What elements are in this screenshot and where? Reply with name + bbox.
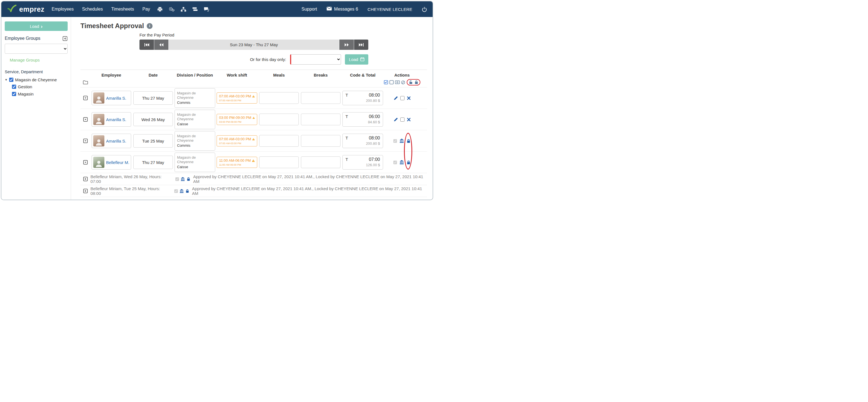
pager-first-button[interactable] — [140, 39, 154, 50]
row-expand-icon[interactable] — [81, 160, 91, 164]
nav-messages-link[interactable]: Messages 6 — [327, 7, 358, 12]
bank-icon[interactable] — [400, 138, 404, 143]
row-collapsed-icon[interactable] — [81, 189, 91, 193]
lock-icon[interactable] — [406, 160, 411, 164]
tree-checkbox-gestion[interactable] — [12, 85, 16, 89]
employee-cell[interactable]: Bellefleur M. — [92, 155, 131, 169]
employee-cell[interactable]: Amarilla S. — [92, 91, 131, 105]
pencil-icon[interactable] — [394, 96, 398, 100]
row-expand-icon[interactable] — [81, 138, 91, 143]
brand-logo[interactable]: emprez — [7, 4, 44, 14]
division-position-cell[interactable]: Magasin de Cheyenne Caisse — [175, 153, 215, 172]
x-icon[interactable] — [407, 118, 411, 121]
meals-cell[interactable] — [259, 156, 299, 168]
tree-node-gestion[interactable]: Gestion — [12, 84, 67, 89]
meals-cell[interactable] — [259, 135, 299, 147]
power-icon[interactable] — [422, 7, 427, 12]
nav-item-timesheets[interactable]: Timesheets — [111, 7, 134, 12]
gears-icon[interactable] — [169, 7, 175, 12]
date-cell[interactable]: Thu 27 May — [133, 156, 173, 169]
lock-all-icon[interactable] — [414, 80, 418, 84]
lock-icon[interactable] — [406, 139, 411, 143]
tree-checkbox-root[interactable] — [9, 78, 13, 82]
sitemap-icon[interactable] — [181, 7, 186, 12]
code-total-cell[interactable]: T 08:00 200.80 $ — [342, 134, 383, 148]
select-all-checkbox-icon[interactable] — [384, 80, 388, 84]
approved-checkbox[interactable] — [175, 177, 179, 181]
code-total-cell[interactable]: T 07:00 126.00 $ — [342, 155, 383, 169]
division-position-cell[interactable]: Magasin de Cheyenne Commis — [175, 88, 215, 108]
caret-down-icon[interactable]: ▼ — [5, 78, 7, 81]
nav-item-pay[interactable]: Pay — [143, 7, 150, 12]
lock-icon[interactable] — [185, 189, 189, 193]
tree-checkbox-magasin[interactable] — [12, 92, 16, 96]
row-expand-icon[interactable] — [81, 117, 91, 122]
sidebar-load-button[interactable]: Load› — [5, 22, 68, 31]
circle-slash-icon[interactable] — [401, 81, 405, 84]
work-shift-cell[interactable]: 07:00 AM-03:00 PM 07:00 AM-03:00 PM — [217, 135, 257, 147]
approve-checkbox[interactable] — [400, 118, 404, 122]
meals-cell[interactable] — [259, 92, 299, 104]
unlock-all-icon[interactable] — [409, 80, 413, 84]
division-position-cell[interactable]: Magasin de Cheyenne Caisse — [175, 110, 215, 129]
pencil-icon[interactable] — [394, 118, 398, 122]
employee-cell[interactable]: Amarilla S. — [92, 134, 131, 148]
day-select[interactable] — [290, 54, 341, 65]
row-collapsed-icon[interactable] — [81, 177, 91, 181]
approved-checkbox[interactable] — [174, 189, 178, 193]
employee-cell[interactable]: Amarilla S. — [92, 112, 131, 127]
load-day-button[interactable]: Load — [345, 54, 368, 65]
tree-root-label[interactable]: Magasin de Cheyenne — [15, 78, 57, 82]
breaks-cell[interactable] — [301, 135, 340, 147]
nav-support-link[interactable]: Support — [302, 7, 317, 12]
work-shift-cell[interactable]: 11:00 AM-06:00 PM 11:00 AM-06:00 PM — [217, 157, 257, 168]
date-cell[interactable]: Tue 25 May — [133, 134, 173, 148]
row-expand-icon[interactable] — [81, 96, 91, 100]
approve-checkbox[interactable] — [400, 96, 404, 100]
work-shift-cell[interactable]: 03:00 PM-09:00 PM 03:00 PM-09:00 PM — [217, 114, 257, 125]
chat-icon[interactable] — [204, 7, 209, 12]
pager-last-button[interactable] — [354, 39, 368, 50]
approved-checkbox[interactable] — [393, 161, 397, 164]
brand-name: emprez — [19, 5, 44, 13]
nav-user-name[interactable]: CHEYENNE LECLERE — [368, 7, 412, 12]
code-total-cell[interactable]: T 06:00 84.60 $ — [342, 112, 383, 127]
bank-icon[interactable] — [180, 189, 184, 193]
division-position-cell[interactable]: Magasin de Cheyenne Commis — [175, 131, 215, 151]
tree-child-label[interactable]: Gestion — [18, 84, 32, 89]
info-icon[interactable]: i — [147, 23, 153, 29]
employee-group-select[interactable] — [5, 44, 68, 54]
nav-item-employees[interactable]: Employees — [52, 7, 74, 12]
tree-node-magasin[interactable]: Magasin — [12, 92, 67, 96]
nav-item-schedules[interactable]: Schedules — [82, 7, 103, 12]
collapse-panel-icon[interactable] — [63, 36, 67, 41]
employee-name-link[interactable]: Bellefleur M. — [106, 160, 129, 165]
bank-icon[interactable] — [400, 160, 404, 164]
summary-text: Bellefleur Miriam, Wed 26 May, Hours: 07… — [91, 174, 172, 184]
manage-groups-link[interactable]: Manage Groups — [10, 58, 40, 62]
employee-name-link[interactable]: Amarilla S. — [106, 117, 126, 122]
date-cell[interactable]: Wed 26 May — [133, 113, 173, 126]
breaks-cell[interactable] — [301, 92, 340, 104]
banknote-icon[interactable] — [395, 81, 400, 84]
pager-next-button[interactable] — [339, 39, 354, 50]
date-cell[interactable]: Thu 27 May — [133, 91, 173, 105]
employee-name-link[interactable]: Amarilla S. — [106, 138, 126, 143]
x-icon[interactable] — [407, 96, 411, 100]
pager-previous-button[interactable] — [154, 39, 168, 50]
approved-checkbox[interactable] — [393, 139, 397, 143]
employee-name-link[interactable]: Amarilla S. — [106, 96, 126, 100]
cards-icon[interactable] — [192, 7, 198, 11]
folder-icon[interactable] — [81, 80, 91, 84]
meals-cell[interactable] — [259, 114, 299, 125]
tree-node-magasin-de-cheyenne[interactable]: ▼ Magasin de Cheyenne — [5, 78, 67, 82]
breaks-cell[interactable] — [301, 114, 340, 125]
deselect-all-checkbox-icon[interactable] — [390, 80, 394, 84]
work-shift-cell[interactable]: 07:00 AM-03:00 PM 07:00 AM-03:00 PM — [217, 92, 257, 103]
code-total-cell[interactable]: T 08:00 200.80 $ — [342, 91, 383, 105]
bank-icon[interactable] — [181, 177, 185, 181]
printer-icon[interactable] — [157, 7, 162, 12]
breaks-cell[interactable] — [301, 156, 340, 168]
tree-child-label[interactable]: Magasin — [18, 92, 34, 96]
lock-icon[interactable] — [187, 177, 190, 181]
